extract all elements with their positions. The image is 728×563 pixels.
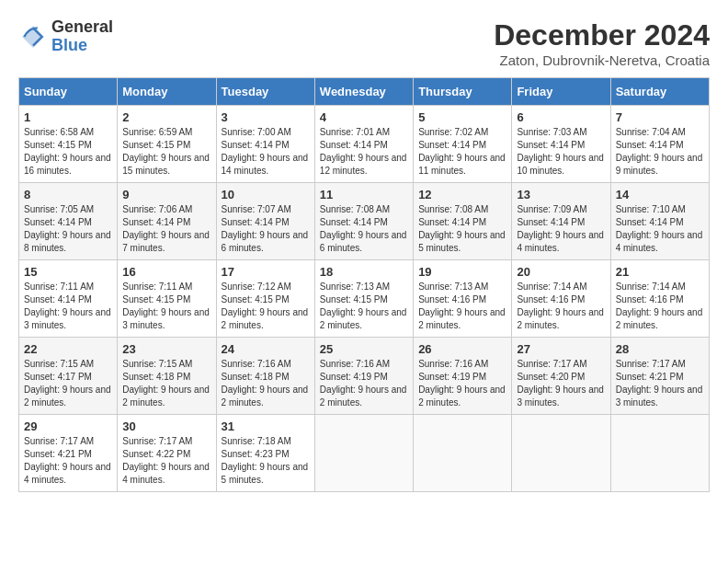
day-info: Sunrise: 7:07 AMSunset: 4:14 PMDaylight:… — [222, 203, 310, 255]
calendar-cell — [610, 415, 709, 492]
calendar-cell: 21Sunrise: 7:14 AMSunset: 4:16 PMDayligh… — [610, 260, 709, 338]
day-header-wednesday: Wednesday — [314, 78, 413, 106]
calendar-cell: 24Sunrise: 7:16 AMSunset: 4:18 PMDayligh… — [216, 338, 314, 415]
calendar-cell: 9Sunrise: 7:06 AMSunset: 4:14 PMDaylight… — [118, 183, 216, 260]
day-number: 19 — [418, 265, 506, 279]
day-info: Sunrise: 7:17 AMSunset: 4:21 PMDaylight:… — [616, 358, 704, 409]
calendar-cell: 13Sunrise: 7:09 AMSunset: 4:14 PMDayligh… — [512, 183, 610, 260]
title-block: December 2024 Zaton, Dubrovnik-Neretva, … — [494, 18, 710, 68]
calendar-cell: 11Sunrise: 7:08 AMSunset: 4:14 PMDayligh… — [314, 183, 413, 260]
day-info: Sunrise: 7:03 AMSunset: 4:14 PMDaylight:… — [517, 126, 605, 178]
calendar-cell: 31Sunrise: 7:18 AMSunset: 4:23 PMDayligh… — [216, 415, 314, 492]
calendar-cell: 27Sunrise: 7:17 AMSunset: 4:20 PMDayligh… — [512, 338, 610, 415]
calendar-week-2: 8Sunrise: 7:05 AMSunset: 4:14 PMDaylight… — [19, 183, 710, 260]
day-info: Sunrise: 7:05 AMSunset: 4:14 PMDaylight:… — [24, 203, 112, 255]
calendar-cell: 30Sunrise: 7:17 AMSunset: 4:22 PMDayligh… — [118, 415, 216, 492]
day-info: Sunrise: 7:08 AMSunset: 4:14 PMDaylight:… — [418, 203, 506, 255]
calendar-cell — [314, 415, 413, 492]
calendar-cell: 14Sunrise: 7:10 AMSunset: 4:14 PMDayligh… — [610, 183, 709, 260]
day-info: Sunrise: 7:14 AMSunset: 4:16 PMDaylight:… — [517, 281, 605, 332]
day-info: Sunrise: 7:16 AMSunset: 4:19 PMDaylight:… — [418, 358, 506, 409]
day-info: Sunrise: 7:13 AMSunset: 4:15 PMDaylight:… — [320, 281, 408, 332]
day-number: 25 — [320, 342, 408, 356]
day-info: Sunrise: 7:15 AMSunset: 4:17 PMDaylight:… — [24, 358, 112, 409]
day-info: Sunrise: 7:09 AMSunset: 4:14 PMDaylight:… — [517, 203, 605, 255]
day-number: 28 — [616, 342, 704, 356]
day-info: Sunrise: 7:02 AMSunset: 4:14 PMDaylight:… — [418, 126, 506, 178]
day-number: 6 — [517, 110, 605, 124]
calendar-cell: 6Sunrise: 7:03 AMSunset: 4:14 PMDaylight… — [512, 106, 610, 183]
calendar-cell: 15Sunrise: 7:11 AMSunset: 4:14 PMDayligh… — [19, 260, 118, 338]
calendar-cell: 29Sunrise: 7:17 AMSunset: 4:21 PMDayligh… — [19, 415, 118, 492]
calendar-cell: 23Sunrise: 7:15 AMSunset: 4:18 PMDayligh… — [118, 338, 216, 415]
day-number: 26 — [418, 342, 506, 356]
calendar-cell: 1Sunrise: 6:58 AMSunset: 4:15 PMDaylight… — [19, 106, 118, 183]
day-number: 18 — [320, 265, 408, 279]
day-info: Sunrise: 7:11 AMSunset: 4:15 PMDaylight:… — [122, 281, 210, 332]
day-number: 2 — [122, 110, 210, 124]
day-number: 11 — [320, 188, 408, 201]
day-number: 15 — [24, 265, 112, 279]
calendar-cell: 25Sunrise: 7:16 AMSunset: 4:19 PMDayligh… — [314, 338, 413, 415]
calendar-cell: 16Sunrise: 7:11 AMSunset: 4:15 PMDayligh… — [118, 260, 216, 338]
calendar-cell: 3Sunrise: 7:00 AMSunset: 4:14 PMDaylight… — [216, 106, 314, 183]
day-header-friday: Friday — [512, 78, 610, 106]
calendar-cell: 17Sunrise: 7:12 AMSunset: 4:15 PMDayligh… — [216, 260, 314, 338]
day-info: Sunrise: 7:01 AMSunset: 4:14 PMDaylight:… — [320, 126, 408, 178]
day-number: 14 — [616, 188, 704, 201]
calendar-cell: 18Sunrise: 7:13 AMSunset: 4:15 PMDayligh… — [314, 260, 413, 338]
calendar-cell: 4Sunrise: 7:01 AMSunset: 4:14 PMDaylight… — [314, 106, 413, 183]
header-row: SundayMondayTuesdayWednesdayThursdayFrid… — [19, 78, 710, 106]
day-header-tuesday: Tuesday — [216, 78, 314, 106]
day-number: 30 — [122, 419, 210, 433]
day-header-thursday: Thursday — [414, 78, 512, 106]
calendar-cell: 28Sunrise: 7:17 AMSunset: 4:21 PMDayligh… — [610, 338, 709, 415]
calendar-cell: 2Sunrise: 6:59 AMSunset: 4:15 PMDaylight… — [118, 106, 216, 183]
month-title: December 2024 — [494, 18, 710, 52]
day-info: Sunrise: 7:16 AMSunset: 4:19 PMDaylight:… — [320, 358, 408, 409]
day-info: Sunrise: 7:16 AMSunset: 4:18 PMDaylight:… — [222, 358, 310, 409]
logo: General Blue — [18, 18, 113, 55]
calendar-cell: 19Sunrise: 7:13 AMSunset: 4:16 PMDayligh… — [414, 260, 512, 338]
day-info: Sunrise: 7:08 AMSunset: 4:14 PMDaylight:… — [320, 203, 408, 255]
day-number: 27 — [517, 342, 605, 356]
day-number: 7 — [616, 110, 704, 124]
day-number: 8 — [24, 188, 112, 201]
logo-icon — [18, 22, 48, 52]
day-number: 9 — [122, 188, 210, 201]
day-info: Sunrise: 7:12 AMSunset: 4:15 PMDaylight:… — [222, 281, 310, 332]
page-header: General Blue December 2024 Zaton, Dubrov… — [18, 18, 710, 68]
day-number: 16 — [122, 265, 210, 279]
day-info: Sunrise: 7:15 AMSunset: 4:18 PMDaylight:… — [122, 358, 210, 409]
day-number: 22 — [24, 342, 112, 356]
day-info: Sunrise: 7:11 AMSunset: 4:14 PMDaylight:… — [24, 281, 112, 332]
day-info: Sunrise: 7:17 AMSunset: 4:21 PMDaylight:… — [24, 435, 112, 487]
calendar-week-5: 29Sunrise: 7:17 AMSunset: 4:21 PMDayligh… — [19, 415, 710, 492]
calendar-cell — [512, 415, 610, 492]
calendar-cell: 10Sunrise: 7:07 AMSunset: 4:14 PMDayligh… — [216, 183, 314, 260]
day-number: 1 — [24, 110, 112, 124]
day-number: 17 — [222, 265, 310, 279]
calendar-cell: 12Sunrise: 7:08 AMSunset: 4:14 PMDayligh… — [414, 183, 512, 260]
logo-general: General — [51, 18, 113, 37]
calendar-cell: 5Sunrise: 7:02 AMSunset: 4:14 PMDaylight… — [414, 106, 512, 183]
day-info: Sunrise: 7:17 AMSunset: 4:20 PMDaylight:… — [517, 358, 605, 409]
day-number: 5 — [418, 110, 506, 124]
day-info: Sunrise: 7:06 AMSunset: 4:14 PMDaylight:… — [122, 203, 210, 255]
day-header-monday: Monday — [118, 78, 216, 106]
day-header-saturday: Saturday — [610, 78, 709, 106]
day-number: 3 — [222, 110, 310, 124]
calendar-cell: 26Sunrise: 7:16 AMSunset: 4:19 PMDayligh… — [414, 338, 512, 415]
logo-blue: Blue — [51, 37, 113, 55]
day-info: Sunrise: 6:58 AMSunset: 4:15 PMDaylight:… — [24, 126, 112, 178]
day-header-sunday: Sunday — [19, 78, 118, 106]
day-number: 12 — [418, 188, 506, 201]
calendar-cell: 8Sunrise: 7:05 AMSunset: 4:14 PMDaylight… — [19, 183, 118, 260]
day-info: Sunrise: 7:18 AMSunset: 4:23 PMDaylight:… — [222, 435, 310, 487]
calendar-cell: 20Sunrise: 7:14 AMSunset: 4:16 PMDayligh… — [512, 260, 610, 338]
day-number: 31 — [222, 419, 310, 433]
day-number: 23 — [122, 342, 210, 356]
logo-text: General Blue — [51, 18, 113, 55]
day-number: 20 — [517, 265, 605, 279]
calendar-week-3: 15Sunrise: 7:11 AMSunset: 4:14 PMDayligh… — [19, 260, 710, 338]
